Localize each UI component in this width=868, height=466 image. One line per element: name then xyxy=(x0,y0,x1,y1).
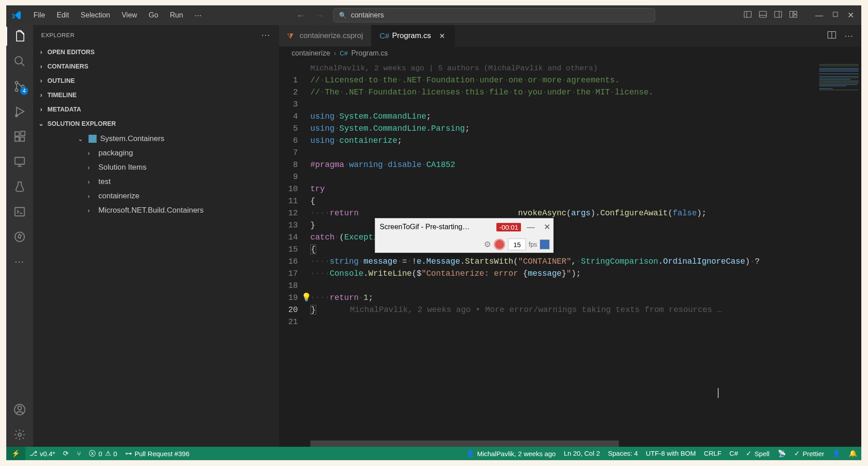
status-branch[interactable]: ⎇v0.4* xyxy=(25,447,59,460)
activity-remote-explorer-icon[interactable] xyxy=(13,155,26,168)
tree-item[interactable]: ›containerize xyxy=(33,189,279,203)
code-editor[interactable]: 1 2 3 4 5 6 7 8 9 10 11 12 13 14 15 16 1 xyxy=(279,60,861,440)
customize-layout-icon[interactable] xyxy=(789,10,797,20)
section-solution-explorer[interactable]: ⌄SOLUTION EXPLORER xyxy=(33,116,279,131)
editor-group: ⧩ containerize.csproj C# Program.cs ✕ ⋯ … xyxy=(279,25,861,447)
activity-bar: 4 ⋯ xyxy=(6,25,33,447)
status-prettier[interactable]: ✓Prettier xyxy=(790,449,828,457)
tree-label: packaging xyxy=(98,149,133,158)
section-metadata[interactable]: ›METADATA xyxy=(33,102,279,116)
status-cursor-pos[interactable]: Ln 20, Col 2 xyxy=(560,449,604,457)
status-encoding[interactable]: UTF-8 with BOM xyxy=(642,449,700,457)
window-close-icon[interactable]: ✕ xyxy=(847,10,854,20)
status-problems[interactable]: ⓧ0 ⚠0 xyxy=(85,447,121,460)
recorder-fps-input[interactable] xyxy=(508,239,526,250)
tree-root[interactable]: ⌄System.Containers xyxy=(33,132,279,146)
activity-extensions-icon[interactable] xyxy=(13,130,26,143)
line-gutter: 1 2 3 4 5 6 7 8 9 10 11 12 13 14 15 16 1 xyxy=(279,60,310,440)
activity-explorer-icon[interactable] xyxy=(13,30,26,43)
activity-source-control-icon[interactable]: 4 xyxy=(13,80,26,93)
svg-rect-4 xyxy=(775,11,782,17)
split-editor-icon[interactable] xyxy=(827,30,836,41)
section-label: TIMELINE xyxy=(47,91,76,98)
tab-program-cs[interactable]: C# Program.cs ✕ xyxy=(372,25,455,47)
recorder-minimize-icon[interactable]: — xyxy=(525,222,537,232)
sidebar-more-icon[interactable]: ⋯ xyxy=(261,30,271,40)
tree-item[interactable]: ›packaging xyxy=(33,146,279,160)
menu-edit[interactable]: Edit xyxy=(51,9,75,22)
activity-run-debug-icon[interactable] xyxy=(13,105,26,118)
toggle-primary-sidebar-icon[interactable] xyxy=(744,10,752,20)
section-outline[interactable]: ›OUTLINE xyxy=(33,73,279,88)
tree-item[interactable]: ›Microsoft.NET.Build.Containers xyxy=(33,203,279,218)
status-blame[interactable]: 👤MichalPavlik, 2 weeks ago xyxy=(462,449,560,457)
svg-rect-16 xyxy=(15,132,19,136)
activity-testing-icon[interactable] xyxy=(13,180,26,193)
toggle-secondary-sidebar-icon[interactable] xyxy=(774,10,782,20)
status-remote-icon[interactable]: ⚡ xyxy=(6,447,25,460)
nav-back-icon[interactable]: ← xyxy=(296,10,305,21)
status-eol[interactable]: CRLF xyxy=(700,449,725,457)
activity-settings-icon[interactable] xyxy=(13,428,26,441)
status-spell[interactable]: ✓Spell xyxy=(742,449,773,457)
tree-item[interactable]: ›test xyxy=(33,175,279,189)
section-open-editors[interactable]: ›OPEN EDITORS xyxy=(33,45,279,59)
code-line: //·The·.NET·Foundation·licenses·this·fil… xyxy=(310,86,861,98)
activity-terminal-icon[interactable] xyxy=(13,205,26,218)
recorder-color-picker[interactable] xyxy=(540,239,550,249)
code-line xyxy=(310,98,861,111)
section-timeline[interactable]: ›TIMELINE xyxy=(33,88,279,102)
recorder-titlebar[interactable]: ScreenToGif - Pre-starting… -00:01 — ✕ xyxy=(375,218,553,235)
svg-point-15 xyxy=(16,115,18,117)
section-containers[interactable]: ›CONTAINERS xyxy=(33,59,279,73)
status-indentation[interactable]: Spaces: 4 xyxy=(604,449,642,457)
window-minimize-icon[interactable]: — xyxy=(815,11,823,20)
editor-more-icon[interactable]: ⋯ xyxy=(844,30,854,41)
minimap[interactable] xyxy=(817,60,861,440)
command-center[interactable]: 🔍 containers xyxy=(333,8,655,22)
recorder-close-icon[interactable]: ✕ xyxy=(541,222,553,232)
menu-go[interactable]: Go xyxy=(143,9,164,22)
menu-overflow-icon[interactable]: ⋯ xyxy=(189,9,207,22)
section-label: METADATA xyxy=(47,106,81,113)
tab-close-icon[interactable]: ✕ xyxy=(438,32,446,40)
code-line: #pragma·warning·disable·CA1852 xyxy=(310,159,861,171)
breadcrumb-segment[interactable]: containerize xyxy=(292,49,330,57)
status-graph-icon[interactable]: ⑂ xyxy=(73,447,85,460)
screen-recorder-window[interactable]: ScreenToGif - Pre-starting… -00:01 — ✕ ⚙… xyxy=(375,218,554,253)
activity-search-icon[interactable] xyxy=(13,55,26,68)
status-pull-request[interactable]: ⊶Pull Request #396 xyxy=(121,447,194,460)
breadcrumb[interactable]: containerize › C# Program.cs xyxy=(279,47,861,60)
menu-run[interactable]: Run xyxy=(164,9,189,22)
menu-file[interactable]: File xyxy=(28,9,51,22)
status-feedback-icon[interactable]: 👤 xyxy=(828,449,845,457)
code-lens[interactable]: MichalPavlik, 2 weeks ago | 5 authors (M… xyxy=(310,62,861,74)
code-line: ····Console.WriteLine($"Containerize: er… xyxy=(310,268,861,280)
activity-compass-icon[interactable] xyxy=(13,230,26,244)
status-sync-icon[interactable]: ⟳ xyxy=(59,447,73,460)
line-number: 21 xyxy=(279,316,298,328)
activity-accounts-icon[interactable] xyxy=(13,403,26,416)
code-line: //·Licensed·to·the·.NET·Foundation·under… xyxy=(310,74,861,86)
lightbulb-icon[interactable]: 💡 xyxy=(301,292,311,304)
horizontal-scrollbar[interactable] xyxy=(279,440,861,447)
tree-item[interactable]: ›Solution Items xyxy=(33,160,279,175)
status-go-live-icon[interactable]: 📡 xyxy=(774,449,790,457)
tab-containerize-csproj[interactable]: ⧩ containerize.csproj xyxy=(279,25,372,47)
window-maximize-icon[interactable] xyxy=(832,11,838,19)
recorder-settings-icon[interactable]: ⚙ xyxy=(484,239,491,249)
scrollbar-thumb[interactable] xyxy=(310,440,619,447)
status-bell-icon[interactable]: 🔔 xyxy=(845,449,861,457)
menu-selection[interactable]: Selection xyxy=(75,9,116,22)
nav-forward-icon[interactable]: → xyxy=(315,10,324,21)
chevron-right-icon: › xyxy=(334,49,336,57)
solution-tree: ⌄System.Containers ›packaging ›Solution … xyxy=(33,131,279,221)
text-cursor-icon xyxy=(718,388,719,398)
status-language[interactable]: C# xyxy=(725,449,742,457)
recorder-record-button[interactable] xyxy=(494,239,505,250)
breadcrumb-segment[interactable]: Program.cs xyxy=(351,49,388,57)
activity-more-icon[interactable]: ⋯ xyxy=(13,255,26,269)
vscode-logo-icon xyxy=(6,10,28,20)
menu-view[interactable]: View xyxy=(116,9,143,22)
toggle-panel-icon[interactable] xyxy=(759,10,767,20)
